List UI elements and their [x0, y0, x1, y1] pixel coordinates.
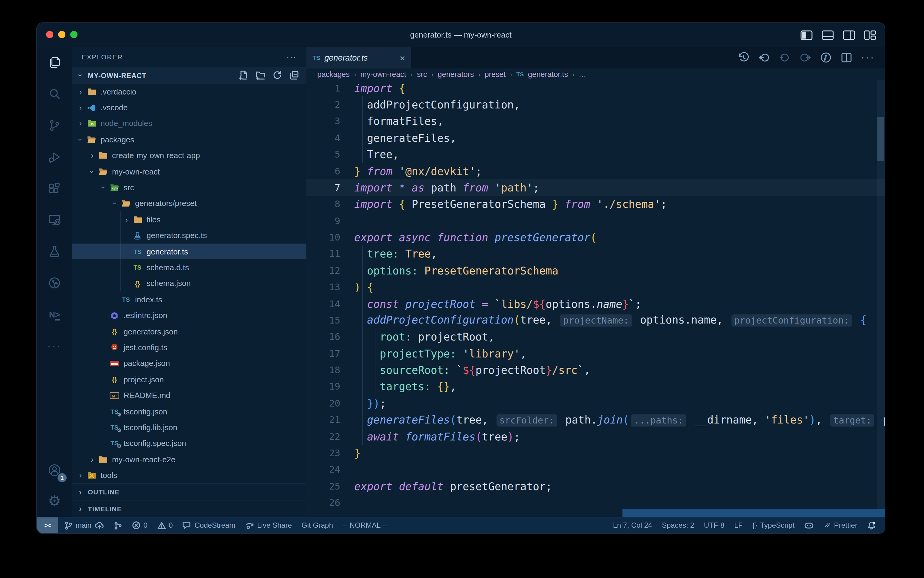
code-line-8[interactable]: 8import { PresetGeneratorSchema } from '…	[306, 196, 885, 213]
account-icon[interactable]: 1	[37, 455, 72, 486]
code-line-23[interactable]: 23}	[306, 445, 885, 462]
horizontal-scrollbar-thumb[interactable]	[623, 509, 885, 517]
breadcrumb-item[interactable]: my-own-react	[360, 70, 406, 78]
status-codestream[interactable]: CodeStream	[183, 521, 236, 529]
panel-outline[interactable]: ›OUTLINE	[72, 484, 306, 500]
status-utf-8[interactable]: UTF-8	[704, 521, 725, 529]
tree-item-packages[interactable]: ›packages	[72, 132, 306, 148]
code-line-14[interactable]: 14 const projectRoot = `libs/${options.n…	[306, 295, 885, 312]
collapse-all-icon[interactable]	[290, 70, 299, 81]
code-line-10[interactable]: 10export async function presetGenerator(	[306, 229, 885, 246]
tree-item-generators-json[interactable]: {}generators.json	[72, 323, 306, 339]
code-line-1[interactable]: 1import {	[306, 80, 885, 97]
status-typescript[interactable]: {}TypeScript	[752, 521, 795, 529]
nav-prev-icon[interactable]	[779, 52, 791, 63]
breadcrumb-item[interactable]: generator.ts	[528, 70, 568, 78]
status-main[interactable]: main	[64, 521, 104, 530]
tab-generator-ts[interactable]: TS generator.ts ×	[306, 47, 411, 68]
code-line-2[interactable]: 2 addProjectConfiguration,	[306, 97, 885, 113]
activity-more-icon[interactable]: ···	[37, 330, 72, 362]
remote-indicator[interactable]: ><	[37, 518, 58, 533]
status-prettier[interactable]: ✓✓Prettier	[824, 521, 858, 529]
panel-timeline[interactable]: ›TIMELINE	[72, 500, 306, 517]
close-tab-icon[interactable]: ×	[400, 52, 405, 63]
tree-item-jest-config-ts[interactable]: jest.config.ts	[72, 339, 306, 356]
tree-item-tsconfig-lib-json[interactable]: TStsconfig.lib.json	[72, 419, 306, 435]
tree-item--eslintrc-json[interactable]: .eslintrc.json	[72, 307, 306, 323]
code-line-18[interactable]: 18 sourceRoot: `${projectRoot}/src`,	[306, 362, 885, 379]
code-line-17[interactable]: 17 projectType: 'library',	[306, 345, 885, 362]
breadcrumb-item[interactable]: src	[417, 70, 427, 78]
toggle-panel-icon[interactable]	[822, 30, 834, 40]
explorer-menu-icon[interactable]: ···	[286, 52, 297, 62]
status-bell-icon[interactable]	[867, 521, 876, 530]
tree-item-files[interactable]: ›files	[72, 211, 306, 227]
new-folder-icon[interactable]	[256, 70, 265, 81]
code-line-22[interactable]: 22 await formatFiles(tree);	[306, 429, 885, 445]
tree-item-node-modules[interactable]: ›JSnode_modules	[72, 116, 306, 132]
code-line-4[interactable]: 4 generateFiles,	[306, 130, 885, 146]
activity-nx-console-icon[interactable]: N>	[37, 299, 72, 330]
activity-search-icon[interactable]	[37, 78, 72, 110]
code-line-20[interactable]: 20 });	[306, 395, 885, 412]
breadcrumb-item[interactable]: preset	[485, 70, 506, 78]
tree-item-generator-spec-ts[interactable]: generator.spec.ts	[72, 227, 306, 244]
settings-gear-icon[interactable]: ⚙	[37, 486, 72, 516]
split-editor-icon[interactable]	[840, 52, 853, 63]
tree-item-readme-md[interactable]: M↓README.md	[72, 388, 306, 404]
nav-back-icon[interactable]	[758, 52, 770, 63]
activity-commit-graph-icon[interactable]	[37, 267, 72, 299]
activity-extensions-icon[interactable]	[37, 173, 72, 204]
activity-testing-icon[interactable]	[37, 236, 72, 267]
new-file-icon[interactable]	[239, 70, 248, 81]
code-line-19[interactable]: 19 targets: {},	[306, 379, 885, 395]
vertical-scrollbar-thumb[interactable]	[877, 117, 884, 161]
tree-item-schema-json[interactable]: {}schema.json	[72, 275, 306, 291]
tree-item-src[interactable]: ›</>src	[72, 180, 306, 196]
activity-remote-explorer-icon[interactable]	[37, 204, 72, 236]
commit-graph-icon[interactable]	[820, 52, 832, 63]
breadcrumb-item[interactable]: packages	[317, 70, 350, 78]
code-line-13[interactable]: 13) {	[306, 279, 885, 295]
code-line-25[interactable]: 25export default presetGenerator;	[306, 478, 885, 495]
toggle-sidebar-icon[interactable]	[801, 30, 812, 40]
code-line-6[interactable]: 6} from '@nx/devkit';	[306, 163, 885, 180]
status-graph-icon[interactable]	[114, 521, 122, 530]
activity-source-control-icon[interactable]	[37, 110, 72, 141]
breadcrumb-item[interactable]: generators	[438, 70, 474, 78]
refresh-icon[interactable]	[272, 70, 282, 81]
code-line-12[interactable]: 12 options: PresetGeneratorSchema	[306, 262, 885, 279]
history-icon[interactable]	[738, 52, 749, 63]
nav-next-icon[interactable]	[799, 52, 811, 63]
code-line-9[interactable]: 9	[306, 213, 885, 229]
tree-item-generators-preset[interactable]: ›generators/preset	[72, 195, 306, 211]
code-line-11[interactable]: 11 tree: Tree,	[306, 246, 885, 263]
status-copilot-icon[interactable]	[804, 521, 814, 529]
code-line-24[interactable]: 24	[306, 461, 885, 478]
code-line-3[interactable]: 3 formatFiles,	[306, 113, 885, 130]
activity-run-debug-icon[interactable]	[37, 141, 72, 173]
tree-item-schema-d-ts[interactable]: TSschema.d.ts	[72, 260, 306, 276]
tree-item-my-own-react-e2e[interactable]: ›my-own-react-e2e	[72, 451, 306, 468]
status-0[interactable]: 0	[132, 521, 147, 529]
tree-item-project-json[interactable]: {}project.json	[72, 372, 306, 388]
code-line-21[interactable]: 21 generateFiles(tree, srcFolder: path.j…	[306, 412, 885, 429]
tree-item-generator-ts[interactable]: TSgenerator.ts	[72, 244, 306, 260]
code-line-15[interactable]: 15 addProjectConfiguration(tree, project…	[306, 312, 885, 329]
status-git-graph[interactable]: Git Graph	[301, 521, 333, 529]
status-spaces-2[interactable]: Spaces: 2	[662, 521, 694, 529]
project-root-row[interactable]: › MY-OWN-REACT	[72, 67, 306, 84]
vertical-scrollbar[interactable]	[877, 80, 885, 518]
activity-explorer-icon[interactable]	[37, 47, 72, 78]
toggle-secondary-sidebar-icon[interactable]	[843, 30, 855, 40]
status-0[interactable]: 0	[157, 521, 173, 529]
tree-item-tsconfig-json[interactable]: TStsconfig.json	[72, 404, 306, 420]
tree-item-package-json[interactable]: npmpackage.json	[72, 356, 306, 372]
breadcrumb-overflow[interactable]: …	[579, 70, 586, 78]
tree-item-tsconfig-spec-json[interactable]: TStsconfig.spec.json	[72, 435, 306, 451]
code-line-7[interactable]: 7import * as path from 'path';	[306, 180, 885, 196]
status-lf[interactable]: LF	[734, 521, 743, 529]
customize-layout-icon[interactable]	[864, 30, 876, 40]
tree-item-my-own-react[interactable]: ›my-own-react	[72, 164, 306, 180]
tree-item--vscode[interactable]: ›.vscode	[72, 100, 306, 116]
